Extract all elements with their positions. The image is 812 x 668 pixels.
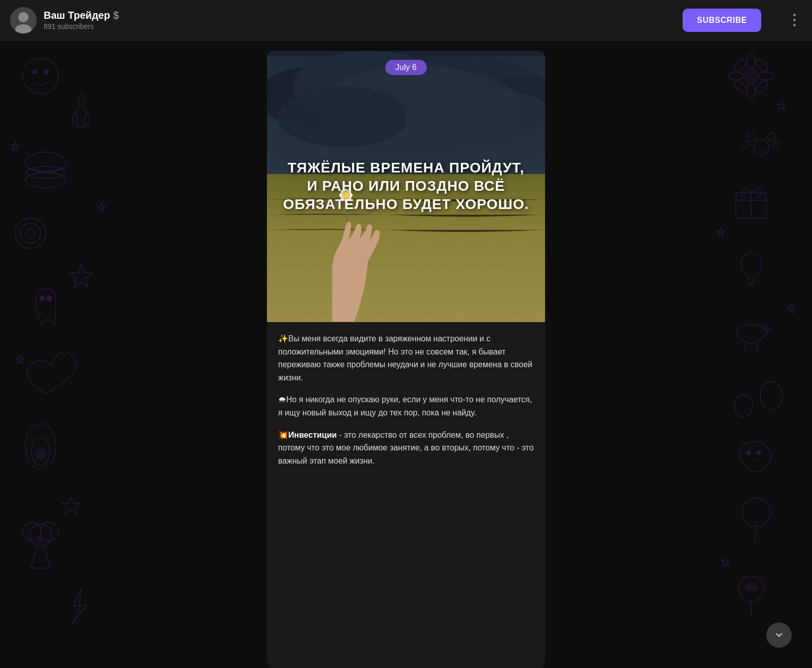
paragraph3-emoji: 💥: [278, 431, 288, 439]
paragraph3-bold: Инвестиции: [288, 431, 337, 439]
post-paragraph-2: 🌧Но я никогда не опускаю руки, если у ме…: [278, 393, 534, 419]
post-card: July 6: [267, 51, 545, 668]
post-paragraph-3: 💥Инвестиции - это лекарство от всех проб…: [278, 429, 534, 468]
post-paragraph-1: ✨Вы меня всегда видите в заряженном наст…: [278, 332, 534, 384]
post-image-text: ТЯЖЁЛЫЕ ВРЕМЕНА ПРОЙДУТ, И РАНО ИЛИ ПОЗД…: [281, 159, 531, 214]
svg-point-51: [277, 87, 409, 148]
scroll-down-button[interactable]: [766, 622, 792, 648]
svg-point-43: [18, 12, 28, 22]
subscriber-count: 891 subscribers: [44, 22, 683, 30]
channel-title: Ваш Трейдер $: [44, 10, 683, 21]
image-text-line3: ОБЯЗАТЕЛЬНО БУДЕТ ХОРОШО.: [281, 196, 531, 214]
date-badge: July 6: [385, 60, 427, 75]
post-body: ✨Вы меня всегда видите в заряженном наст…: [267, 322, 545, 482]
subscribe-button[interactable]: SUBSCRIBE: [683, 9, 761, 32]
channel-name: Ваш Трейдер: [44, 10, 110, 21]
channel-info: Ваш Трейдер $ 891 subscribers: [44, 10, 683, 30]
post-image: ТЯЖЁЛЫЕ ВРЕМЕНА ПРОЙДУТ, И РАНО ИЛИ ПОЗД…: [267, 51, 545, 322]
avatar: [10, 7, 37, 33]
channel-header: Ваш Трейдер $ 891 subscribers SUBSCRIBE: [0, 0, 812, 41]
channel-name-suffix: $: [113, 10, 119, 21]
content-area: July 6: [0, 41, 812, 668]
image-text-line2: И РАНО ИЛИ ПОЗДНО ВСЁ: [281, 177, 531, 195]
image-text-line1: ТЯЖЁЛЫЕ ВРЕМЕНА ПРОЙДУТ,: [281, 159, 531, 177]
more-menu-icon[interactable]: [787, 13, 802, 28]
